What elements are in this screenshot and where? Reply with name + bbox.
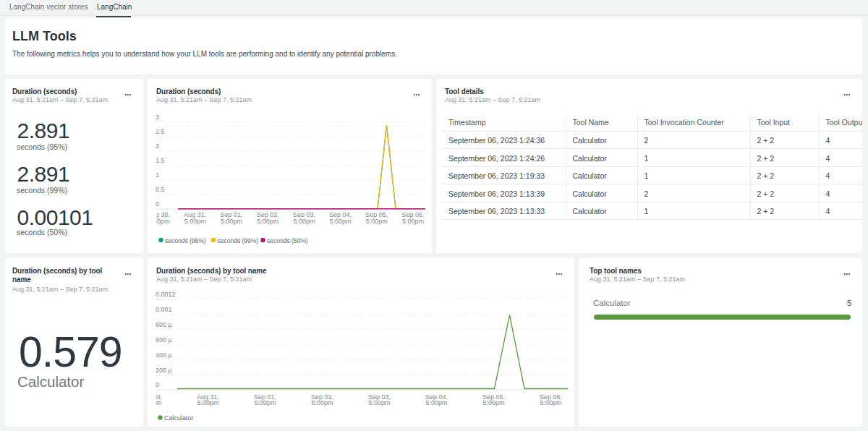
svg-text:0: 0 xyxy=(156,381,159,388)
svg-text:2.5: 2.5 xyxy=(156,128,165,135)
svg-text:5:00pm: 5:00pm xyxy=(366,218,388,225)
svg-text:seconds (95%): seconds (95%) xyxy=(165,237,206,244)
svg-text:seconds (50%): seconds (50%) xyxy=(267,237,308,244)
svg-text:seconds (99%): seconds (99%) xyxy=(218,237,259,244)
svg-text:5:00pm: 5:00pm xyxy=(254,399,276,406)
svg-text:800 µ: 800 µ xyxy=(156,321,172,328)
svg-text:5:00pm: 5:00pm xyxy=(482,399,504,406)
svg-text:5:00pm: 5:00pm xyxy=(184,218,206,225)
svg-text:Calculator: Calculator xyxy=(164,414,194,422)
svg-text:5:00pm: 5:00pm xyxy=(330,218,352,225)
svg-text:5:00pm: 5:00pm xyxy=(311,399,333,406)
svg-text:200 µ: 200 µ xyxy=(156,367,172,374)
svg-text:5:00pm: 5:00pm xyxy=(540,399,561,406)
svg-text:5:00pm: 5:00pm xyxy=(293,218,315,225)
svg-text:1: 1 xyxy=(156,171,159,179)
svg-text:0.0012: 0.0012 xyxy=(156,291,176,298)
svg-text:0: 0 xyxy=(156,200,159,208)
svg-text:0.5: 0.5 xyxy=(156,186,165,193)
svg-text:5:00pm: 5:00pm xyxy=(221,218,242,225)
svg-text:600 µ: 600 µ xyxy=(156,336,172,343)
svg-text:5:00pm: 5:00pm xyxy=(425,399,447,406)
svg-text:1.5: 1.5 xyxy=(156,157,165,164)
svg-text:2: 2 xyxy=(156,142,159,150)
svg-text:0.001: 0.001 xyxy=(156,306,172,313)
svg-text:5:00pm: 5:00pm xyxy=(197,399,218,406)
svg-text:3: 3 xyxy=(156,114,159,121)
svg-text:400 µ: 400 µ xyxy=(156,351,172,359)
svg-text:5:00pm: 5:00pm xyxy=(368,399,390,406)
svg-text:5:00pm: 5:00pm xyxy=(257,218,278,225)
svg-text:5:00pm: 5:00pm xyxy=(402,218,424,225)
